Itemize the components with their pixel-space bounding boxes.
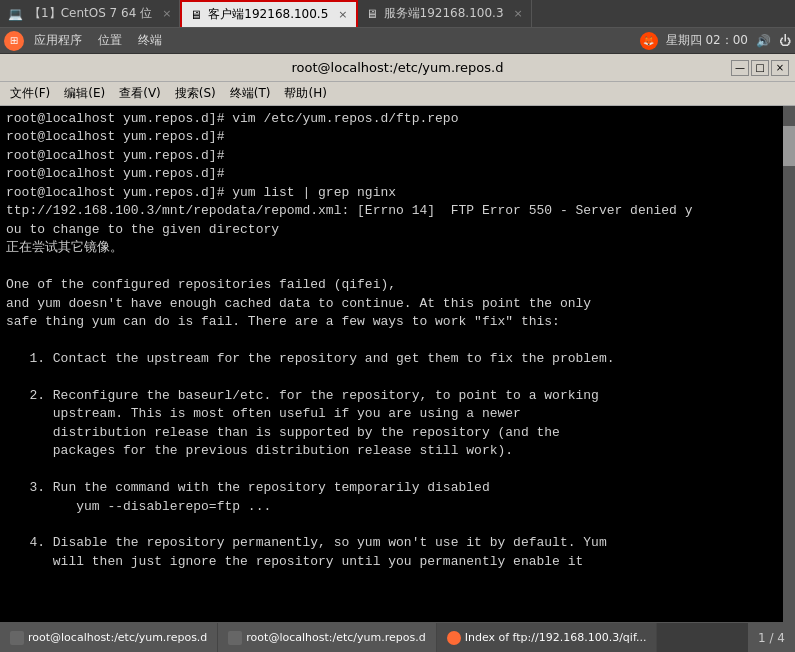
terminal-icon-1 <box>10 631 24 645</box>
terminal-line: ou to change to the given directory <box>6 221 777 239</box>
taskbar: 💻 【1】CentOS 7 64 位 × 🖥 客户端192168.100.5 ×… <box>0 0 795 28</box>
scrollbar-thumb[interactable] <box>783 126 795 166</box>
tab-client-close[interactable]: × <box>338 8 347 21</box>
tab-centos-label: 【1】CentOS 7 64 位 <box>29 5 152 22</box>
terminal-content[interactable]: root@localhost yum.repos.d]# vim /etc/yu… <box>0 106 783 622</box>
bottom-task-1-label: root@localhost:/etc/yum.repos.d <box>28 631 207 644</box>
terminal-line: root@localhost yum.repos.d]# <box>6 147 777 165</box>
bottom-firefox[interactable]: Index of ftp://192.168.100.3/qif... <box>437 623 658 652</box>
tab-client-icon: 🖥 <box>190 8 202 22</box>
terminal-line: 4. Disable the repository permanently, s… <box>6 534 777 552</box>
bottom-task-1[interactable]: root@localhost:/etc/yum.repos.d <box>0 623 218 652</box>
terminal-line: root@localhost yum.repos.d]# <box>6 165 777 183</box>
menu-help[interactable]: 帮助(H) <box>278 83 332 104</box>
volume-icon: 🔊 <box>756 34 771 48</box>
tab-server-close[interactable]: × <box>514 7 523 20</box>
scrollbar[interactable] <box>783 106 795 622</box>
menu-edit[interactable]: 编辑(E) <box>58 83 111 104</box>
menubar-right: 🦊 星期四 02：00 🔊 ⏻ <box>640 32 791 50</box>
terminal-line: root@localhost yum.repos.d]# <box>6 128 777 146</box>
menubar-time: 星期四 02：00 <box>666 32 748 49</box>
bottom-pages: 1 / 4 <box>748 623 795 652</box>
page-indicator: 1 / 4 <box>758 631 785 645</box>
bottom-bar: root@localhost:/etc/yum.repos.d root@loc… <box>0 622 795 652</box>
maximize-button[interactable]: □ <box>751 60 769 76</box>
bottom-task-2-label: root@localhost:/etc/yum.repos.d <box>246 631 425 644</box>
apps-icon: ⊞ <box>4 31 24 51</box>
bottom-firefox-label: Index of ftp://192.168.100.3/qif... <box>465 631 647 644</box>
terminal-line: root@localhost yum.repos.d]# vim /etc/yu… <box>6 110 777 128</box>
menubar-terminal[interactable]: 终端 <box>132 30 168 51</box>
terminal-line <box>6 461 777 479</box>
appmenu: 文件(F) 编辑(E) 查看(V) 搜索(S) 终端(T) 帮助(H) <box>0 82 795 106</box>
terminal-line: 3. Run the command with the repository t… <box>6 479 777 497</box>
terminal-line: and yum doesn't have enough cached data … <box>6 295 777 313</box>
menu-file[interactable]: 文件(F) <box>4 83 56 104</box>
menubar-apps[interactable]: 应用程序 <box>28 30 88 51</box>
terminal-line: will then just ignore the repository unt… <box>6 553 777 571</box>
tab-client-label: 客户端192168.100.5 <box>208 6 328 23</box>
terminal-line: ttp://192.168.100.3/mnt/repodata/repomd.… <box>6 202 777 220</box>
terminal-line <box>6 258 777 276</box>
close-button[interactable]: × <box>771 60 789 76</box>
taskbar-tabs: 💻 【1】CentOS 7 64 位 × 🖥 客户端192168.100.5 ×… <box>0 0 532 27</box>
terminal-line: upstream. This is most often useful if y… <box>6 405 777 423</box>
tab-centos-close[interactable]: × <box>162 7 171 20</box>
terminal-line <box>6 368 777 386</box>
terminal-line: 正在尝试其它镜像。 <box>6 239 777 257</box>
terminal-line: 2. Reconfigure the baseurl/etc. for the … <box>6 387 777 405</box>
terminal-wrapper: root@localhost yum.repos.d]# vim /etc/yu… <box>0 106 795 622</box>
terminal-icon-2 <box>228 631 242 645</box>
menubar: ⊞ 应用程序 位置 终端 🦊 星期四 02：00 🔊 ⏻ <box>0 28 795 54</box>
terminal-line: 1. Contact the upstream for the reposito… <box>6 350 777 368</box>
titlebar: root@localhost:/etc/yum.repos.d — □ × <box>0 54 795 82</box>
tab-client[interactable]: 🖥 客户端192168.100.5 × <box>180 0 357 27</box>
menubar-locations[interactable]: 位置 <box>92 30 128 51</box>
terminal-line <box>6 516 777 534</box>
window-title: root@localhost:/etc/yum.repos.d <box>292 60 504 75</box>
tab-centos-icon: 💻 <box>8 7 23 21</box>
terminal-line <box>6 331 777 349</box>
firefox-taskbar-icon: 🦊 <box>640 32 658 50</box>
menu-search[interactable]: 搜索(S) <box>169 83 222 104</box>
minimize-button[interactable]: — <box>731 60 749 76</box>
titlebar-controls: — □ × <box>731 60 789 76</box>
tab-server-label: 服务端192168.100.3 <box>384 5 504 22</box>
power-icon[interactable]: ⏻ <box>779 34 791 48</box>
terminal-line: root@localhost yum.repos.d]# yum list | … <box>6 184 777 202</box>
tab-server[interactable]: 🖥 服务端192168.100.3 × <box>358 0 532 27</box>
terminal-line: One of the configured repositories faile… <box>6 276 777 294</box>
tab-centos[interactable]: 💻 【1】CentOS 7 64 位 × <box>0 0 180 27</box>
firefox-icon <box>447 631 461 645</box>
terminal-line: distribution release than is supported b… <box>6 424 777 442</box>
bottom-task-2[interactable]: root@localhost:/etc/yum.repos.d <box>218 623 436 652</box>
menubar-left: ⊞ 应用程序 位置 终端 <box>4 30 168 51</box>
menu-view[interactable]: 查看(V) <box>113 83 167 104</box>
menu-terminal[interactable]: 终端(T) <box>224 83 277 104</box>
terminal-line: safe thing yum can do is fail. There are… <box>6 313 777 331</box>
tab-server-icon: 🖥 <box>366 7 378 21</box>
terminal-line: packages for the previous distribution r… <box>6 442 777 460</box>
terminal-line: yum --disablerepo=ftp ... <box>6 498 777 516</box>
